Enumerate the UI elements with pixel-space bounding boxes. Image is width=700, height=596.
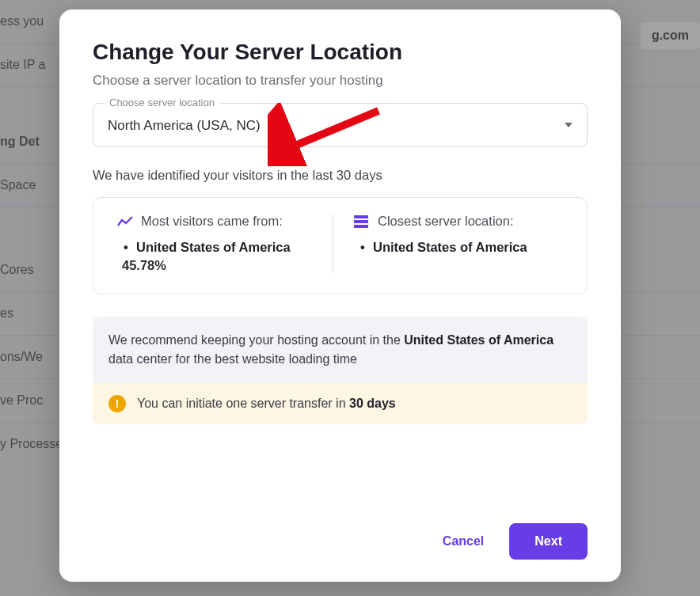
select-label: Choose server location — [105, 97, 219, 108]
recommend-prefix: We recommend keeping your hosting accoun… — [108, 333, 404, 347]
warn-prefix: You can initiate one server transfer in — [137, 397, 349, 410]
closest-server-col: Closest server location: United States o… — [333, 214, 569, 273]
trend-icon — [117, 216, 133, 227]
server-location-select[interactable]: Choose server location North America (US… — [93, 103, 588, 147]
most-visitors-pct: 45.78% — [122, 258, 326, 273]
modal-title: Change Your Server Location — [93, 40, 588, 65]
recommendation-banner: We recommend keeping your hosting accoun… — [93, 317, 588, 383]
most-visitors-col: Most visitors came from: United States o… — [111, 214, 333, 273]
visitor-stats-box: Most visitors came from: United States o… — [93, 197, 588, 294]
visitors-identified-text: We have identified your visitors in the … — [93, 168, 588, 183]
change-server-location-modal: Change Your Server Location Choose a ser… — [59, 9, 621, 582]
warn-days: 30 days — [349, 397, 396, 410]
svg-rect-0 — [354, 215, 368, 218]
recommend-suffix: data center for the best website loading… — [108, 352, 357, 366]
svg-rect-2 — [354, 225, 368, 228]
select-value: North America (USA, NC) — [108, 118, 261, 133]
most-visitors-country: United States of America — [122, 240, 326, 255]
modal-actions: Cancel Next — [93, 506, 588, 560]
cancel-button[interactable]: Cancel — [438, 525, 489, 558]
most-visitors-label: Most visitors came from: — [141, 214, 283, 229]
closest-server-country: United States of America — [359, 240, 563, 255]
next-button[interactable]: Next — [509, 523, 588, 560]
recommend-country: United States of America — [404, 333, 554, 347]
closest-server-label: Closest server location: — [378, 214, 514, 229]
chevron-down-icon — [565, 123, 573, 127]
warning-icon: ! — [108, 395, 126, 412]
modal-subtitle: Choose a server location to transfer you… — [93, 73, 588, 89]
svg-rect-1 — [354, 220, 368, 223]
transfer-limit-banner: ! You can initiate one server transfer i… — [93, 383, 588, 424]
server-icon — [354, 215, 370, 228]
